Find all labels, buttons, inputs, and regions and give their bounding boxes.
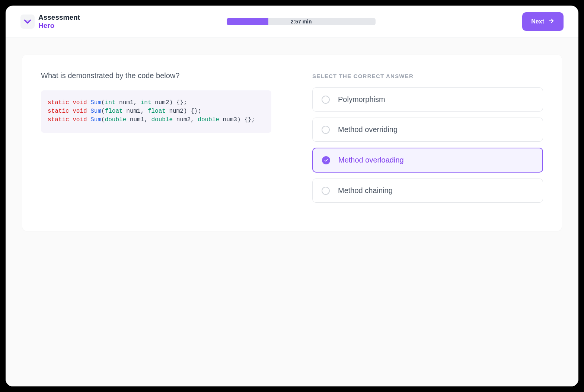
code-block: static void Sum(int num1, int num2) {}; … bbox=[41, 90, 271, 133]
app-container: Assessment Hero 2:57 min Next W bbox=[6, 6, 578, 386]
answer-option-2[interactable]: Method overloading bbox=[312, 148, 543, 173]
progress-fill bbox=[227, 18, 268, 25]
logo-text: Assessment Hero bbox=[38, 13, 80, 30]
answer-option-label: Method overriding bbox=[338, 125, 398, 134]
answers-header: SELECT THE CORRECT ANSWER bbox=[312, 73, 543, 79]
next-button-label: Next bbox=[531, 18, 544, 25]
question-panel: What is demonstrated by the code below? … bbox=[41, 71, 271, 209]
radio-unchecked-icon bbox=[322, 187, 330, 195]
logo-icon bbox=[20, 15, 35, 29]
content-area: What is demonstrated by the code below? … bbox=[6, 38, 578, 386]
answer-option-3[interactable]: Method chaining bbox=[312, 179, 543, 203]
answer-option-label: Method overloading bbox=[338, 156, 404, 164]
answer-option-1[interactable]: Method overriding bbox=[312, 118, 543, 142]
radio-unchecked-icon bbox=[322, 126, 330, 134]
answer-option-0[interactable]: Polymorphism bbox=[312, 87, 543, 112]
brand-name-top: Assessment bbox=[38, 13, 80, 22]
brand-name-bottom: Hero bbox=[38, 22, 80, 30]
answers-container: PolymorphismMethod overridingMethod over… bbox=[312, 87, 543, 203]
question-prompt: What is demonstrated by the code below? bbox=[41, 71, 271, 80]
progress-section: 2:57 min bbox=[227, 18, 376, 25]
radio-unchecked-icon bbox=[322, 96, 330, 104]
timer-text: 2:57 min bbox=[291, 19, 312, 25]
header: Assessment Hero 2:57 min Next bbox=[6, 6, 578, 38]
arrow-right-icon bbox=[548, 17, 555, 26]
answers-panel: SELECT THE CORRECT ANSWER PolymorphismMe… bbox=[312, 71, 543, 209]
radio-checked-icon bbox=[322, 156, 330, 164]
next-button[interactable]: Next bbox=[522, 12, 564, 31]
logo: Assessment Hero bbox=[20, 13, 80, 30]
answer-option-label: Polymorphism bbox=[338, 95, 385, 104]
question-card: What is demonstrated by the code below? … bbox=[22, 55, 562, 231]
answer-option-label: Method chaining bbox=[338, 186, 393, 195]
